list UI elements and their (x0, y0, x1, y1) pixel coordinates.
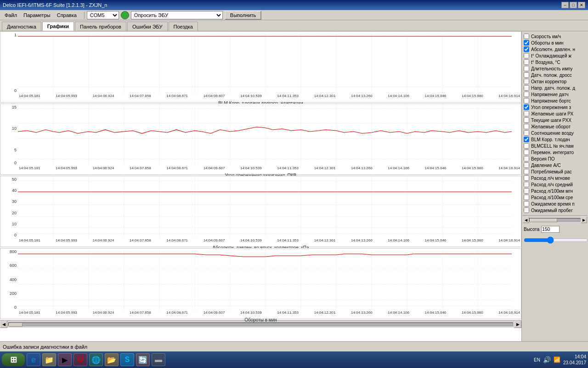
x-label: 14:04:16.914 (498, 166, 520, 172)
taskbar-icon-skype[interactable]: S (120, 353, 134, 366)
exec-button[interactable]: Выполнить (225, 11, 261, 20)
x-label: 14:04:15.980 (462, 238, 483, 245)
sidebar-cb-blm-corr[interactable] (524, 137, 529, 142)
height-slider[interactable] (524, 236, 588, 244)
y-axis-3: 50 40 30 20 10 0 (0, 176, 18, 238)
x-label: 14:04:11.353 (277, 238, 299, 245)
scroll-thumb[interactable] (9, 323, 23, 327)
sidebar-label-flow-avg: Расход л/ч средний (531, 182, 573, 187)
sidebar-scroll-right[interactable]: ▶ (581, 217, 587, 223)
sidebar-cb-speed[interactable] (524, 34, 529, 39)
sidebar-cb-flow-avg[interactable] (524, 182, 529, 187)
sidebar-cb-ignition-angle[interactable] (524, 104, 529, 110)
sidebar-cb-flow-100km-avg[interactable] (524, 195, 529, 200)
sidebar-label-octane: Октан корректор (531, 79, 566, 84)
chart-panel-2: 15 10 5 0 (0, 104, 521, 175)
sidebar-label-ac-pressure: Давление А/С (531, 163, 561, 168)
sidebar-cb-air-temp[interactable] (524, 59, 529, 65)
menu-params[interactable]: Параметры (21, 12, 53, 19)
taskbar-icon-media[interactable]: ▶ (58, 353, 72, 366)
sidebar-label-integrator: Перемен. интеграто (531, 150, 574, 155)
x-label: 14:04:05.181 (19, 94, 40, 100)
minimize-button[interactable]: – (561, 2, 569, 8)
x-label: 14:04:14.106 (388, 166, 409, 172)
sidebar-cb-pressure[interactable] (524, 46, 529, 52)
taskbar-right: EN 🔊 📶 14:04 23.04.2017 (534, 354, 586, 366)
sidebar-cb-throttle-volt[interactable] (524, 85, 529, 91)
sidebar-cb-air-ratio[interactable] (524, 130, 529, 136)
window-title: Delco IEFI-6/ITMS-6F Suite [1.2.1.3] - Z… (3, 2, 107, 8)
query-select[interactable]: Опросить ЭБУ (131, 11, 223, 19)
x-label: 14:04:13.260 (351, 94, 373, 100)
sidebar-cb-ac-pressure[interactable] (524, 162, 529, 168)
taskbar-icon-chrome[interactable]: 🌐 (89, 353, 103, 366)
menu-help[interactable]: Справка (54, 12, 79, 19)
sidebar-cb-throttle-pos[interactable] (524, 72, 529, 78)
sidebar-label-air-temp: t° Воздука, °С (531, 60, 560, 65)
com-port-select[interactable]: COM5 (87, 11, 119, 19)
taskbar-icon-opera[interactable]: O (74, 353, 87, 366)
sidebar-cb-idle-steps-desired[interactable] (524, 111, 529, 116)
taskbar-icon-app2[interactable]: ▬ (152, 353, 165, 366)
x-label: 14:04:13.260 (351, 166, 373, 172)
height-input[interactable] (541, 226, 560, 233)
sidebar-cb-idle-rpm-desired[interactable] (524, 124, 529, 129)
sidebar-cb-rpm[interactable] (524, 40, 529, 46)
sidebar-cb-flow-instant[interactable] (524, 175, 529, 181)
sidebar-cb-expected-range[interactable] (524, 207, 529, 213)
sidebar-item-speed: Скорость км/ч (523, 33, 587, 40)
x-label: 14:04:15.980 (462, 94, 483, 100)
taskbar-icon-folder[interactable]: 📁 (42, 353, 56, 366)
tab-diagnostics[interactable]: Диагностика (2, 22, 41, 31)
statusbar: Ошибка записи диагностики в файл (0, 341, 588, 351)
connect-button[interactable] (121, 11, 129, 19)
sidebar-item-flow-instant: Расход л/ч мгнове (523, 175, 587, 181)
x-label: 14:04:08.671 (166, 94, 188, 100)
maximize-button[interactable]: □ (570, 2, 577, 8)
sidebar-item-octane: Октан корректор (523, 78, 587, 85)
taskbar-icon-files[interactable]: 📂 (105, 353, 119, 366)
sidebar-item-air-ratio: Соотношение возду (523, 130, 587, 136)
sidebar-item-throttle-pos: Датч. полож. дросс (523, 72, 587, 78)
tab-dashboard[interactable]: Панель приборов (75, 22, 126, 31)
start-button[interactable]: ⊞ (2, 353, 25, 366)
x-label: 14:04:07.858 (130, 94, 151, 100)
sidebar-cb-idle-steps-current[interactable] (524, 117, 529, 123)
taskbar-icon-app1[interactable]: 🔄 (136, 353, 150, 366)
sidebar-cb-sensor-volt[interactable] (524, 92, 529, 97)
sidebar-label-flow-instant: Расход л/ч мгнове (531, 176, 570, 181)
tab-graphs[interactable]: Графики (42, 22, 74, 31)
sidebar-cb-flow-100km-instant[interactable] (524, 188, 529, 194)
sidebar-scroll-left[interactable]: ◀ (523, 217, 529, 223)
sidebar-cb-blmcell[interactable] (524, 143, 529, 149)
sidebar-cb-consumption[interactable] (524, 169, 529, 174)
sidebar-scrollbar-track[interactable] (529, 218, 581, 222)
sidebar-label-idle-steps-current: Текущие шаги РХХ (531, 118, 571, 123)
sidebar-label-duration: Длительность импу (531, 66, 572, 71)
sidebar-item-blm-corr: BLM Корр. т.подач (523, 136, 587, 143)
x-label: 14:04:06.924 (93, 166, 114, 172)
sidebar-item-ignition-angle: Угол опережения з (523, 104, 587, 110)
x-label: 14:04:08.671 (166, 238, 188, 245)
x-label: 14:04:05.181 (19, 310, 40, 317)
sidebar-label-board-volt: Напряжение бортс (531, 98, 571, 104)
sidebar-scrollbar-thumb[interactable] (530, 218, 557, 222)
titlebar-controls: – □ ✕ (561, 2, 585, 8)
taskbar-icon-ie[interactable]: e (27, 353, 40, 366)
sidebar-cb-octane[interactable] (524, 79, 529, 84)
sidebar-label-speed: Скорость км/ч (531, 34, 561, 39)
sidebar-cb-duration[interactable] (524, 66, 529, 71)
close-button[interactable]: ✕ (578, 2, 585, 8)
tab-trip[interactable]: Поездка (169, 22, 198, 31)
sidebar-label-throttle-pos: Датч. полож. дросс (531, 73, 572, 78)
chart-inner-1 (18, 32, 521, 94)
sidebar-cb-board-volt[interactable] (524, 98, 529, 104)
charts-area[interactable]: 1 0 (0, 31, 521, 341)
sidebar-cb-expected-time[interactable] (524, 201, 529, 207)
menu-file[interactable]: Файл (2, 12, 20, 19)
sidebar-cb-coolant[interactable] (524, 53, 529, 58)
tab-errors[interactable]: Ошибки ЭБУ (127, 22, 168, 31)
sidebar-cb-sw-version[interactable] (524, 156, 529, 161)
sidebar-cb-integrator[interactable] (524, 150, 529, 155)
sidebar-item-blmcell: BLMCELL № яч.пам (523, 143, 587, 149)
